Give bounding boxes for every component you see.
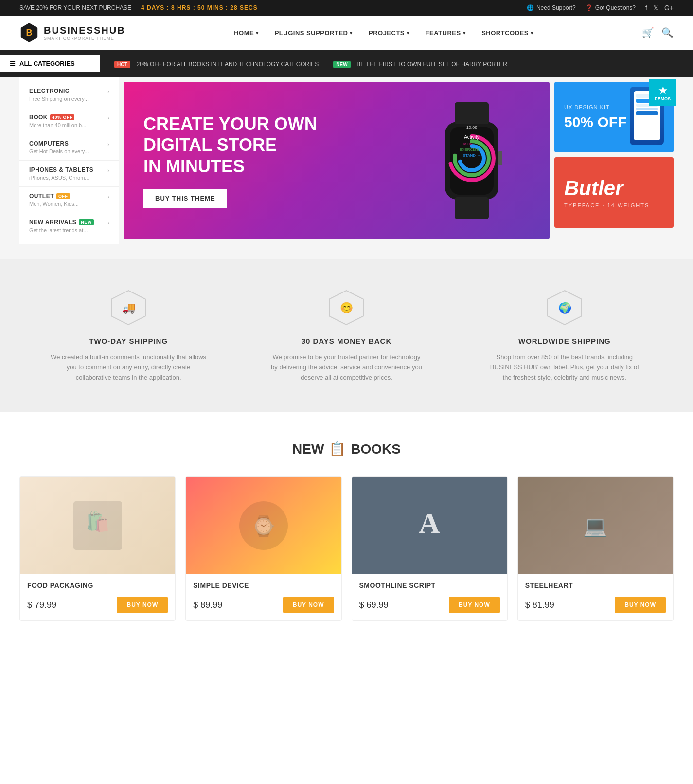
- nav-plugins[interactable]: PLUGINS SUPPORTED ▾: [268, 25, 359, 40]
- svg-text:EXERCISE →: EXERCISE →: [460, 147, 484, 152]
- feature-2-title: 30 DAYS MONEY BACK: [268, 337, 424, 345]
- announcement-item-1: HOT 20% OFF FOR ALL BOOKS IN IT AND TECH…: [114, 59, 319, 68]
- section-title: NEW 📋 BOOKS: [19, 441, 674, 457]
- nav-features[interactable]: FEATURES ▾: [419, 25, 473, 40]
- feature-moneyback: 😊 30 DAYS MONEY BACK We promise to be yo…: [268, 288, 424, 383]
- svg-text:😊: 😊: [340, 301, 354, 314]
- support-link[interactable]: 🌐 Need Support?: [527, 4, 576, 11]
- sidebar-item-electronic[interactable]: ELECTRONIC Free Shipping on every... ›: [19, 82, 119, 108]
- questions-icon: ❓: [586, 4, 593, 11]
- sidebar-item-computers[interactable]: COMPUTERS Get Hot Deals on every... ›: [19, 134, 119, 161]
- header-icons: 🛒 🔍: [642, 27, 674, 38]
- product-image-4: 💻: [518, 477, 673, 574]
- nav-projects[interactable]: PROJECTS ▾: [362, 25, 416, 40]
- sidebar-book-title: BOOK 40% OFF: [29, 114, 107, 121]
- smile-icon: 😊: [327, 288, 366, 327]
- sidebar-iphones-title: IPHONES & TABLETS: [29, 166, 107, 173]
- product-name-4: STEELHEART: [525, 582, 666, 589]
- products-grid: 🛍️ FOOD PACKAGING $ 79.99 BUY NOW ⌚ SIM: [19, 476, 674, 621]
- product-info-4: STEELHEART $ 81.99 BUY NOW: [518, 574, 673, 620]
- moneyback-icon-container: 😊: [327, 288, 366, 327]
- cart-icon[interactable]: 🛒: [642, 27, 654, 38]
- butler-banner: Butler TYPEFACE · 14 WEIGHTS: [554, 157, 674, 228]
- shipping-icon-container: 🚚: [109, 288, 148, 327]
- svg-rect-12: [498, 151, 502, 165]
- chevron-right-icon: ›: [107, 115, 109, 121]
- sidebar-outlet-title: OUTLET OFF: [29, 193, 107, 200]
- product-price-1: $ 79.99: [27, 600, 56, 610]
- announcement-item-2: NEW BE THE FIRST TO OWN FULL SET OF HARR…: [333, 59, 507, 68]
- svg-text:⌚: ⌚: [251, 514, 276, 538]
- svg-text:MOVE →: MOVE →: [463, 142, 480, 146]
- globe-icon: 🌍: [545, 288, 584, 327]
- product-name-3: SMOOTHLINE SCRIPT: [359, 582, 500, 589]
- product-card-4: 💻 STEELHEART $ 81.99 BUY NOW: [517, 476, 674, 621]
- svg-text:🌍: 🌍: [558, 301, 571, 314]
- buy-theme-button[interactable]: BUY THIS THEME: [143, 189, 227, 208]
- product-image-3: A: [352, 477, 507, 574]
- logo[interactable]: B BUSINESSHUB SMART CORPORATE THEME: [19, 23, 125, 42]
- sidebar-iphones-sub: iPhones, ASUS, Chrom...: [29, 175, 107, 181]
- chevron-right-icon: ›: [107, 194, 109, 200]
- side-banners: ★ DEMOS UX DESIGN KIT 50% OFF: [554, 82, 674, 239]
- googleplus-icon[interactable]: G+: [664, 4, 674, 12]
- announcements: HOT 20% OFF FOR ALL BOOKS IN IT AND TECH…: [100, 59, 693, 68]
- product-footer-2: $ 89.99 BUY NOW: [193, 597, 334, 613]
- svg-text:STAND →: STAND →: [463, 153, 481, 158]
- arrivals-badge: NEW: [79, 219, 94, 225]
- svg-text:Activity: Activity: [464, 134, 480, 140]
- chevron-right-icon: ›: [107, 167, 109, 173]
- buy-button-3[interactable]: BUY NOW: [449, 597, 500, 613]
- worldwide-icon-container: 🌍: [545, 288, 584, 327]
- feature-worldwide: 🌍 WORLDWIDE SHIPPING Shop from over 850 …: [487, 288, 642, 383]
- sidebar-item-outlet[interactable]: OUTLET OFF Men, Women, Kids... ›: [19, 187, 119, 213]
- sidebar-computers-sub: Get Hot Deals on every...: [29, 148, 107, 154]
- feature-2-desc: We promise to be your trusted partner fo…: [268, 352, 424, 383]
- svg-text:A: A: [419, 507, 440, 539]
- sidebar-item-iphones[interactable]: IPHONES & TABLETS iPhones, ASUS, Chrom..…: [19, 161, 119, 187]
- buy-button-1[interactable]: BUY NOW: [117, 597, 168, 613]
- chevron-down-icon: ▾: [531, 30, 533, 36]
- product-footer-3: $ 69.99 BUY NOW: [359, 597, 500, 613]
- product-price-2: $ 89.99: [193, 600, 222, 610]
- sidebar-arrivals-sub: Get the latest trends at...: [29, 227, 107, 233]
- nav-home[interactable]: HOME ▾: [227, 25, 266, 40]
- buy-button-2[interactable]: BUY NOW: [283, 597, 334, 613]
- features-section: 🚚 TWO-DAY SHIPPING We created a built-in…: [0, 259, 693, 412]
- sidebar-item-new-arrivals[interactable]: NEW ARRIVALS NEW Get the latest trends a…: [19, 213, 119, 239]
- sidebar: ELECTRONIC Free Shipping on every... › B…: [19, 77, 119, 244]
- twitter-icon[interactable]: 𝕏: [653, 4, 658, 12]
- chevron-right-icon: ›: [107, 89, 109, 94]
- nav-shortcodes[interactable]: SHORTCODES ▾: [475, 25, 540, 40]
- svg-text:🚚: 🚚: [122, 301, 136, 314]
- sidebar-item-book[interactable]: BOOK 40% OFF More than 40 million b... ›: [19, 108, 119, 134]
- header: B BUSINESSHUB SMART CORPORATE THEME HOME…: [0, 16, 693, 50]
- new-badge: NEW: [333, 61, 350, 68]
- search-icon[interactable]: 🔍: [661, 27, 674, 38]
- hero-title: CREATE YOUR OWNDIGITAL STOREIN MINUTES: [143, 113, 317, 177]
- ux-banner: ★ DEMOS UX DESIGN KIT 50% OFF: [554, 82, 674, 152]
- svg-text:🛍️: 🛍️: [86, 510, 110, 533]
- product-name-2: SIMPLE DEVICE: [193, 582, 334, 589]
- buy-button-4[interactable]: BUY NOW: [615, 597, 666, 613]
- star-icon: ★: [658, 85, 667, 96]
- sidebar-arrivals-title: NEW ARRIVALS NEW: [29, 219, 107, 226]
- facebook-icon[interactable]: f: [645, 4, 647, 12]
- feature-1-title: TWO-DAY SHIPPING: [51, 337, 206, 345]
- all-categories-button[interactable]: ☰ ALL CATEGORIES: [0, 55, 100, 72]
- chevron-down-icon: ▾: [463, 30, 466, 36]
- product-footer-1: $ 79.99 BUY NOW: [27, 597, 168, 613]
- outlet-badge: OFF: [56, 193, 70, 199]
- feature-3-title: WORLDWIDE SHIPPING: [487, 337, 642, 345]
- product-price-3: $ 69.99: [359, 600, 389, 610]
- questions-link[interactable]: ❓ Got Questions?: [586, 4, 636, 11]
- feature-shipping: 🚚 TWO-DAY SHIPPING We created a built-in…: [51, 288, 206, 383]
- product-card-3: A SMOOTHLINE SCRIPT $ 69.99 BUY NOW: [352, 476, 508, 621]
- demos-badge: ★ DEMOS: [649, 79, 676, 106]
- book-badge: 40% OFF: [50, 114, 74, 120]
- logo-icon: B: [19, 23, 39, 42]
- chevron-down-icon: ▾: [350, 30, 353, 36]
- product-image-2: ⌚: [186, 477, 341, 574]
- sidebar-book-sub: More than 40 million b...: [29, 122, 107, 128]
- butler-name: Butler: [564, 177, 664, 200]
